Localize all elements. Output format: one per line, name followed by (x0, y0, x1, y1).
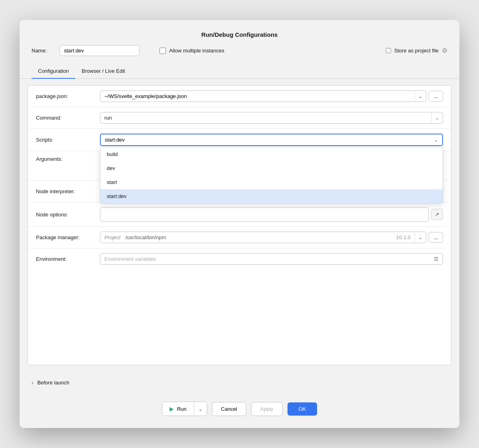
package-manager-select: Project /usr/local/bin/npm 10.1.0 ⌄ (100, 232, 426, 243)
store-project-group: Store as project file ⚙ (386, 47, 447, 54)
node-options-field-wrap: ↗ (100, 207, 443, 222)
node-options-row: Node options: ↗ (28, 202, 451, 227)
package-manager-version: 10.1.0 (392, 232, 415, 243)
scripts-dropdown-menu: build dev start start:dev (100, 147, 443, 204)
allow-multiple-label: Allow multiple instances (169, 48, 224, 54)
package-json-field-wrap: ⌄ ... (100, 90, 443, 102)
arguments-label: Arguments: (36, 156, 100, 162)
store-project-label: Store as project file (394, 48, 439, 54)
package-json-label: package.json: (36, 93, 100, 99)
dropdown-item-dev[interactable]: dev (100, 161, 443, 175)
command-chevron[interactable]: ⌄ (431, 112, 443, 123)
scripts-label: Scripts: (36, 137, 100, 143)
gear-icon[interactable]: ⚙ (442, 47, 447, 54)
command-select-wrap: run ⌄ (100, 112, 443, 124)
main-content: package.json: ⌄ ... Command: run ⌄ Scrip… (28, 85, 451, 365)
command-row: Command: run ⌄ (28, 107, 451, 129)
package-json-dots-button[interactable]: ... (429, 91, 443, 102)
environment-label: Environment: (36, 256, 100, 262)
command-field-wrap: run ⌄ (100, 112, 443, 124)
run-button[interactable]: ▶ Run (162, 402, 194, 416)
before-launch-chevron-icon[interactable]: › (32, 380, 33, 386)
command-label: Command: (36, 115, 100, 121)
dropdown-item-build[interactable]: build (100, 147, 443, 161)
tab-configuration[interactable]: Configuration (32, 64, 75, 79)
node-interpreter-label: Node interpreter: (36, 188, 100, 194)
ok-button[interactable]: OK (287, 402, 317, 416)
run-label: Run (177, 406, 187, 412)
package-manager-label: Package manager: (36, 234, 100, 240)
tab-browser-live-edit[interactable]: Browser / Live Edit (75, 64, 131, 79)
environment-edit-icon[interactable]: ☰ (430, 254, 443, 264)
run-debug-dialog: Run/Debug Configurations Name: Allow mul… (20, 20, 459, 428)
node-options-input-wrap (100, 207, 429, 222)
package-manager-row: Package manager: Project /usr/local/bin/… (28, 227, 451, 248)
before-launch-section: › Before launch (20, 372, 459, 394)
node-options-label: Node options: (36, 212, 100, 218)
package-manager-project: Project (100, 232, 124, 243)
tabs-row: Configuration Browser / Live Edit (20, 64, 459, 79)
scripts-input[interactable] (101, 134, 430, 145)
footer-buttons: ▶ Run ⌄ Cancel Apply OK (20, 394, 459, 428)
node-options-input[interactable] (100, 208, 428, 218)
scripts-input-wrap: ⌄ (100, 134, 443, 146)
allow-multiple-group: Allow multiple instances (160, 48, 224, 54)
command-value: run (100, 112, 431, 123)
cancel-button[interactable]: Cancel (212, 402, 246, 416)
dialog-title: Run/Debug Configurations (20, 28, 459, 45)
play-icon: ▶ (170, 406, 174, 412)
dropdown-item-start[interactable]: start (100, 175, 443, 189)
package-manager-field-wrap: Project /usr/local/bin/npm 10.1.0 ⌄ ... (100, 232, 443, 243)
package-manager-chevron[interactable]: ⌄ (415, 232, 426, 243)
apply-button[interactable]: Apply (251, 402, 283, 416)
scripts-chevron-icon[interactable]: ⌄ (430, 134, 442, 145)
package-json-input[interactable] (100, 91, 415, 102)
scripts-row: Scripts: ⌄ build dev start start:dev (28, 129, 451, 151)
package-json-row: package.json: ⌄ ... (28, 86, 451, 107)
environment-row: Environment: Environment variables ☰ (28, 248, 451, 270)
node-options-expand-button[interactable]: ↗ (431, 209, 443, 220)
environment-placeholder: Environment variables (100, 254, 430, 264)
store-project-checkbox[interactable] (386, 48, 391, 53)
environment-input-wrap: Environment variables ☰ (100, 253, 443, 265)
package-manager-dots-button[interactable]: ... (429, 232, 443, 243)
scripts-field-wrap: ⌄ build dev start start:dev (100, 134, 443, 146)
dropdown-item-start-dev[interactable]: start:dev (100, 189, 443, 203)
package-json-input-wrap: ⌄ (100, 90, 426, 102)
package-manager-path: /usr/local/bin/npm (124, 232, 167, 243)
allow-multiple-checkbox[interactable] (160, 48, 166, 54)
run-button-group: ▶ Run ⌄ (162, 402, 207, 416)
name-label: Name: (32, 48, 52, 54)
environment-field-wrap: Environment variables ☰ (100, 253, 443, 265)
name-input[interactable] (60, 45, 140, 56)
run-dropdown-button[interactable]: ⌄ (194, 402, 207, 416)
package-json-chevron[interactable]: ⌄ (415, 91, 426, 102)
name-row: Name: Allow multiple instances Store as … (20, 45, 459, 64)
before-launch-label: Before launch (37, 380, 69, 386)
